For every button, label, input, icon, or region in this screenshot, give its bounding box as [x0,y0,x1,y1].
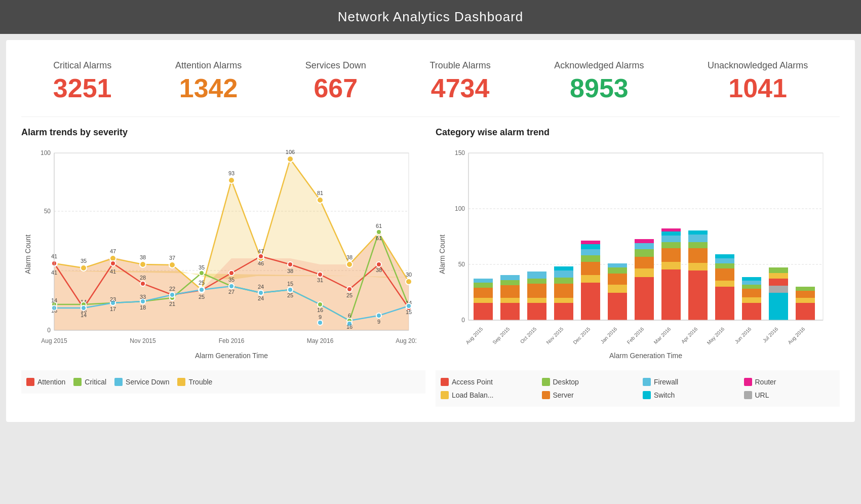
load-balancer-color [441,391,449,399]
svg-rect-173 [661,242,681,248]
svg-text:Feb 2016: Feb 2016 [626,326,645,345]
legend-trouble: Trouble [177,378,212,386]
line-chart-area: Alarm Count 100 50 0 [21,143,425,363]
line-chart-container: Alarm trends by severity Alarm Count 100… [21,127,425,407]
svg-rect-187 [715,258,734,263]
svg-point-58 [347,287,352,292]
svg-text:93: 93 [228,170,234,176]
svg-point-18 [140,261,146,267]
svg-text:25: 25 [199,280,205,286]
kpi-acknowledged-alarms-label: Acknowledged Alarms [554,60,644,71]
legend-switch: Switch [643,391,734,399]
main-content: Critical Alarms 3251 Attention Alarms 13… [6,40,855,422]
legend-url-label: URL [755,391,769,399]
line-chart-svg: Alarm Count 100 50 0 [21,143,416,361]
svg-rect-202 [796,291,815,298]
svg-text:106: 106 [286,149,295,155]
svg-text:100: 100 [455,205,465,212]
legend-attention: Attention [26,378,65,386]
legend-critical-label: Critical [85,378,106,386]
svg-text:28: 28 [140,275,146,281]
svg-rect-182 [688,230,708,235]
charts-row: Alarm trends by severity Alarm Count 100… [21,127,840,407]
svg-point-20 [169,262,175,268]
kpi-unacknowledged-alarms-value: 1041 [708,75,808,101]
svg-rect-166 [635,257,654,268]
svg-text:81: 81 [317,190,323,196]
svg-text:150: 150 [455,149,465,157]
svg-rect-135 [474,279,493,283]
svg-text:Nov 2015: Nov 2015 [130,337,156,344]
bar-chart-title: Category wise alarm trend [436,127,840,138]
svg-text:50: 50 [458,261,465,268]
svg-rect-179 [688,248,708,263]
svg-text:22: 22 [169,286,175,292]
svg-rect-157 [581,244,600,249]
svg-text:16: 16 [317,307,323,313]
svg-rect-168 [635,243,654,249]
svg-rect-200 [796,303,815,320]
svg-rect-171 [661,262,681,269]
svg-rect-188 [715,254,734,258]
legend-switch-label: Switch [654,391,675,399]
svg-rect-148 [554,284,573,298]
svg-rect-144 [527,279,546,284]
svg-text:6: 6 [348,313,351,319]
svg-rect-175 [661,231,681,236]
svg-text:Alarm Count: Alarm Count [24,235,32,274]
svg-rect-203 [796,287,815,291]
svg-point-54 [288,262,293,267]
legend-desktop-label: Desktop [553,378,579,386]
svg-text:Nov 2015: Nov 2015 [545,326,564,345]
svg-text:31: 31 [317,277,323,283]
svg-text:Aug 2016: Aug 2016 [396,337,416,344]
svg-rect-154 [581,262,600,275]
svg-rect-163 [608,263,627,267]
line-chart-legend: Attention Critical Service Down Trouble [21,370,425,394]
svg-rect-186 [715,263,734,268]
svg-text:33: 33 [228,143,234,144]
svg-point-97 [229,284,234,289]
svg-rect-141 [527,303,546,320]
legend-server: Server [542,391,633,399]
desktop-color [542,378,550,386]
kpi-services-down: Services Down 667 [305,60,366,101]
svg-text:17: 17 [110,306,116,312]
svg-point-99 [288,287,293,292]
svg-point-24 [228,177,234,183]
svg-text:38: 38 [346,254,353,260]
svg-text:61: 61 [376,223,382,229]
router-color [744,378,752,386]
svg-point-50 [229,270,234,276]
kpi-acknowledged-alarms: Acknowledged Alarms 8953 [554,60,644,101]
bar-chart-svg: Alarm Count 150 100 50 0 [436,143,831,361]
svg-rect-178 [688,263,708,270]
attention-color [26,378,34,386]
svg-rect-134 [474,283,493,288]
kpi-critical-alarms-label: Critical Alarms [53,60,112,71]
svg-text:0: 0 [47,327,51,334]
svg-rect-198 [769,273,788,279]
svg-rect-177 [688,270,708,320]
svg-point-14 [81,265,87,271]
svg-rect-174 [661,236,681,242]
trouble-color [177,378,185,386]
access-point-color [441,378,449,386]
svg-text:25: 25 [346,292,353,298]
svg-rect-140 [500,275,520,280]
svg-rect-139 [500,280,520,285]
svg-rect-158 [581,241,600,244]
svg-text:21: 21 [169,301,175,307]
legend-url: URL [744,391,835,399]
svg-text:Mar 2016: Mar 2016 [653,326,672,345]
page-header: Network Analytics Dashboard [0,0,861,34]
svg-text:Oct 2015: Oct 2015 [519,326,538,344]
svg-point-52 [258,254,263,259]
svg-rect-169 [635,239,654,243]
critical-color [73,378,82,386]
svg-rect-165 [635,268,654,277]
kpi-attention-alarms-value: 1342 [175,75,242,101]
svg-text:9: 9 [377,319,380,325]
svg-text:Jun 2016: Jun 2016 [734,326,753,344]
svg-rect-132 [474,298,493,303]
